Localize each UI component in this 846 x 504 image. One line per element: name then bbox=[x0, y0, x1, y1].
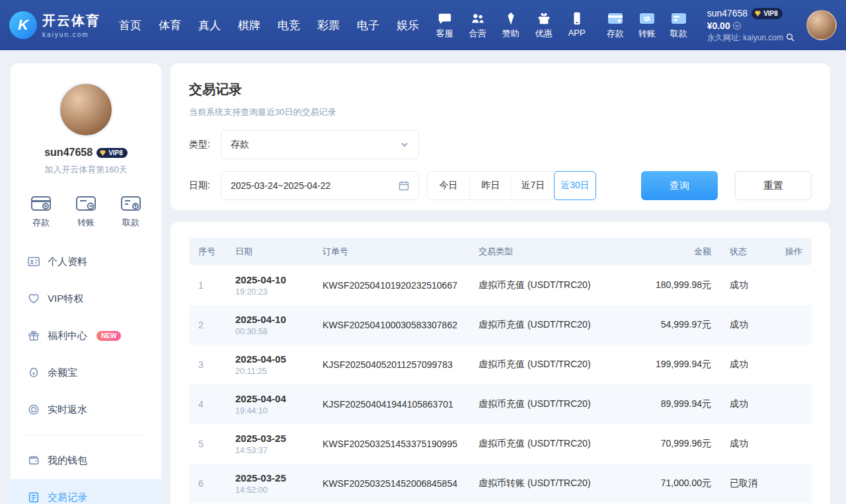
sidebar-deposit-button[interactable]: 存款 bbox=[30, 194, 52, 229]
sidebar-item-vip[interactable]: VIP特权 bbox=[11, 280, 161, 317]
range-today-button[interactable]: 今日 bbox=[428, 171, 470, 200]
row-status: 成功 bbox=[720, 384, 776, 424]
mobile-icon bbox=[570, 11, 584, 26]
balance-amount: ¥0.00 bbox=[707, 20, 730, 32]
topbar-quick-links: 客服 合营 赞助 优惠 bbox=[434, 11, 588, 40]
row-type: 虚拟币充值 (USDT/TRC20) bbox=[469, 384, 628, 424]
row-index: 2 bbox=[189, 305, 226, 345]
vip-badge[interactable]: VIP8 bbox=[751, 8, 783, 20]
app-button[interactable]: APP bbox=[566, 11, 588, 40]
brand-logo-icon: K bbox=[9, 11, 37, 39]
row-amount: 89,999.94元 bbox=[628, 384, 720, 424]
calendar-icon bbox=[399, 180, 409, 191]
sidebar-item-transactions[interactable]: 交易记录 bbox=[11, 479, 161, 504]
header-amount: 金额 bbox=[628, 238, 720, 266]
search-icon[interactable] bbox=[786, 33, 794, 42]
row-time: 20:11:25 bbox=[235, 367, 304, 376]
support-icon bbox=[438, 11, 452, 26]
page-subtitle: 当前系统支持查询最近30日的交易记录 bbox=[189, 106, 812, 118]
range-7days-button[interactable]: 近7日 bbox=[512, 171, 555, 200]
row-type: 虚拟币充值 (USDT/TRC20) bbox=[469, 305, 628, 345]
row-amount: 180,999.98元 bbox=[628, 266, 720, 305]
range-yesterday-button[interactable]: 昨日 bbox=[470, 171, 512, 200]
avatar[interactable] bbox=[806, 10, 837, 40]
sidebar-transfer-label: 转账 bbox=[77, 217, 95, 229]
partner-button[interactable]: 合营 bbox=[467, 11, 489, 40]
nav-item-casino[interactable]: 娱乐 bbox=[397, 18, 419, 33]
nav-item-sports[interactable]: 体育 bbox=[159, 18, 181, 33]
topbar-wallet-links: 存款 转账 取款 bbox=[604, 11, 690, 40]
nav-item-live[interactable]: 真人 bbox=[198, 18, 221, 33]
row-status: 已取消 bbox=[720, 464, 776, 503]
withdraw-icon bbox=[120, 194, 141, 213]
sponsor-button[interactable]: 赞助 bbox=[500, 11, 522, 40]
row-status: 成功 bbox=[720, 266, 776, 305]
gift-icon bbox=[537, 11, 551, 26]
date-filter-label: 日期: bbox=[189, 180, 221, 192]
sidebar-item-rebate[interactable]: 实时返水 bbox=[11, 391, 161, 428]
search-button[interactable]: 查询 bbox=[641, 171, 718, 200]
sidebar-item-welfare[interactable]: 福利中心 NEW bbox=[11, 317, 161, 354]
nav-item-cards[interactable]: 棋牌 bbox=[238, 18, 260, 33]
nav-item-slots[interactable]: 电子 bbox=[357, 18, 379, 33]
sidebar-vip-label: VIP8 bbox=[108, 149, 123, 157]
sidebar-item-yuebao[interactable]: 余额宝 bbox=[11, 354, 161, 391]
top-navbar: K 开云体育 kaiyun.com 首页 体育 真人 棋牌 电竞 彩票 电子 娱… bbox=[0, 0, 846, 50]
row-action-cell bbox=[776, 384, 812, 424]
row-date: 2025-04-05 bbox=[235, 353, 304, 365]
withdraw-button-top[interactable]: 取款 bbox=[668, 11, 690, 40]
promo-label: 优惠 bbox=[535, 28, 553, 40]
row-date: 2025-03-25 bbox=[235, 433, 304, 444]
nav-item-lottery[interactable]: 彩票 bbox=[317, 18, 340, 33]
range-30days-button[interactable]: 近30日 bbox=[554, 171, 596, 200]
promo-button[interactable]: 优惠 bbox=[533, 11, 555, 40]
reset-button[interactable]: 重置 bbox=[735, 171, 812, 200]
row-type: 虚拟币充值 (USDT/TRC20) bbox=[469, 266, 628, 305]
header-date: 日期 bbox=[226, 238, 313, 266]
sidebar-item-wallet[interactable]: 我的钱包 bbox=[11, 442, 161, 479]
row-time: 00:30:58 bbox=[235, 327, 304, 336]
transfer-card-icon bbox=[639, 11, 655, 26]
row-amount: 54,999.97元 bbox=[628, 305, 720, 345]
transfer-button-top[interactable]: 转账 bbox=[636, 11, 658, 40]
table-row: 3 2025-04-0520:11:25 KJSF202504052011257… bbox=[189, 345, 812, 384]
permanent-url-label: 永久网址: kaiyun.com bbox=[707, 32, 783, 43]
main-nav: 首页 体育 真人 棋牌 电竞 彩票 电子 娱乐 bbox=[119, 18, 419, 33]
row-action-cell bbox=[776, 345, 812, 384]
sidebar-withdraw-button[interactable]: 取款 bbox=[120, 194, 141, 229]
sidebar-item-rebate-label: 实时返水 bbox=[48, 404, 87, 416]
coin-jar-icon bbox=[28, 367, 40, 378]
row-action-cell bbox=[776, 305, 812, 345]
sidebar-item-profile[interactable]: 个人资料 bbox=[11, 243, 161, 280]
brand-name: 开云体育 bbox=[42, 12, 100, 30]
sidebar-vip-badge[interactable]: VIP8 bbox=[96, 148, 128, 158]
header-action: 操作 bbox=[776, 238, 812, 266]
row-action-cell bbox=[776, 424, 812, 464]
support-button[interactable]: 客服 bbox=[434, 11, 456, 40]
row-order-no: KWSF202503251453375190995 bbox=[313, 424, 469, 464]
sidebar-item-yuebao-label: 余额宝 bbox=[48, 367, 77, 379]
deposit-card-icon bbox=[607, 11, 623, 26]
deposit-button-top[interactable]: 存款 bbox=[604, 11, 627, 40]
deposit-label-top: 存款 bbox=[607, 28, 624, 40]
date-range-input[interactable]: 2025-03-24~2025-04-22 bbox=[221, 171, 419, 200]
nav-item-esports[interactable]: 电竞 bbox=[278, 18, 300, 33]
partner-icon bbox=[471, 11, 485, 26]
sidebar: sun47658 VIP8 加入开云体育第160天 存款 转账 取款 个人资料 … bbox=[11, 63, 161, 504]
new-badge: NEW bbox=[96, 331, 121, 341]
chevron-down-icon[interactable] bbox=[733, 22, 741, 30]
sidebar-avatar[interactable] bbox=[58, 82, 114, 137]
row-date: 2025-04-10 bbox=[235, 314, 304, 325]
header-type: 交易类型 bbox=[469, 238, 628, 266]
sidebar-transfer-button[interactable]: 转账 bbox=[75, 194, 96, 229]
brand-logo[interactable]: K 开云体育 kaiyun.com bbox=[9, 11, 100, 39]
nav-item-home[interactable]: 首页 bbox=[119, 18, 141, 33]
app-label: APP bbox=[568, 28, 586, 38]
row-action-cell bbox=[776, 464, 812, 503]
header-status: 状态 bbox=[720, 238, 776, 266]
row-type: 虚拟币充值 (USDT/TRC20) bbox=[469, 424, 628, 464]
type-filter-label: 类型: bbox=[189, 139, 221, 151]
type-select[interactable]: 存款 bbox=[221, 130, 419, 159]
row-amount: 70,999.96元 bbox=[628, 424, 720, 464]
row-index: 6 bbox=[189, 464, 226, 503]
